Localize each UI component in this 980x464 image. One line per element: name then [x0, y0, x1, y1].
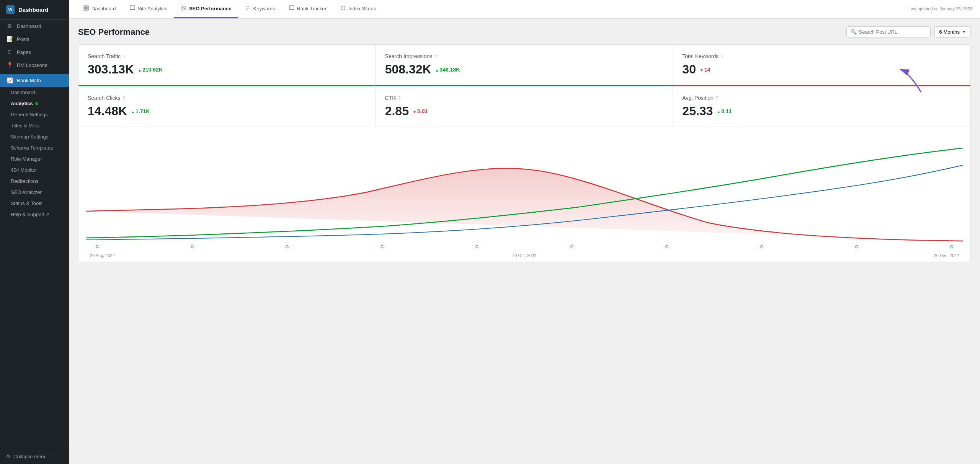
months-label: 6 Months [939, 29, 960, 35]
help-icon-total-keywords[interactable]: ? [720, 54, 723, 59]
tab-dashboard-icon [83, 5, 89, 12]
arrow-down-icon [700, 67, 704, 73]
main-content: Dashboard Site Analytics SEO Performance… [69, 0, 980, 464]
stat-label-ctr: CTR ? [385, 95, 664, 101]
tab-index-status-icon [340, 5, 346, 12]
stat-label-avg-position: Avg. Position ? [682, 95, 961, 101]
stat-change-search-traffic: 210.62K [138, 67, 163, 73]
performance-chart [86, 135, 963, 249]
tab-site-analytics[interactable]: Site Analytics [123, 0, 174, 18]
stat-change-search-impressions: 346.18K [435, 67, 460, 73]
stat-value-ctr: 2.85 5.03 [385, 104, 664, 118]
svg-rect-11 [289, 6, 294, 10]
sidebar-sub-status-tools[interactable]: Status & Tools [0, 198, 69, 209]
sidebar-item-rank-math[interactable]: 📈 Rank Math [0, 74, 69, 87]
stats-wrapper: Search Traffic ? 303.13K 210.62K Searc [78, 44, 971, 262]
stat-number: 25.33 [682, 104, 713, 118]
page-title: SEO Performance [78, 27, 150, 37]
tab-site-analytics-icon [130, 5, 135, 12]
sidebar-logo[interactable]: W Dashboard [0, 0, 69, 20]
stat-change-search-clicks: 1.71K [131, 108, 150, 114]
x-label-aug: 20 Aug, 2022 [90, 253, 115, 258]
last-updated-line2: January 23, 2023 [940, 6, 972, 12]
sidebar-sub-seo-analyzer[interactable]: SEO Analyzer [0, 187, 69, 198]
sidebar-sub-analytics[interactable]: Analytics [0, 98, 69, 109]
help-icon-avg-position[interactable]: ? [715, 95, 718, 101]
sidebar-item-label: Dashboard [17, 23, 41, 29]
stat-change-value: 210.62K [142, 67, 163, 73]
collapse-menu-button[interactable]: ⊙ Collapse menu [0, 449, 69, 464]
months-dropdown[interactable]: 6 Months ▼ [934, 26, 971, 37]
sidebar-item-label: RM Locations [17, 62, 47, 68]
tab-rank-tracker[interactable]: Rank Tracker [282, 0, 333, 18]
last-updated: Last updated on January 23, 2023 [908, 0, 972, 18]
tab-keywords-icon [245, 5, 250, 12]
stat-label-search-impressions: Search Impressions ? [385, 53, 664, 59]
sidebar-sub-rm-dashboard[interactable]: Dashboard [0, 87, 69, 98]
tab-seo-performance-label: SEO Performance [189, 6, 232, 11]
stat-label-text: Avg. Position [682, 95, 713, 101]
help-icon-search-traffic[interactable]: ? [122, 54, 125, 59]
wp-logo-icon: W [6, 5, 15, 14]
sidebar-sub-404-monitor[interactable]: 404 Monitor [0, 164, 69, 176]
stat-number: 303.13K [88, 62, 134, 77]
location-icon: 📍 [6, 62, 13, 68]
sidebar-sub-redirections[interactable]: Redirections [0, 176, 69, 187]
help-icon-ctr[interactable]: ? [398, 95, 400, 101]
stat-value-search-impressions: 508.32K 346.18K [385, 62, 664, 77]
tab-index-status-label: Index Status [348, 6, 376, 11]
sidebar-sub-schema-templates[interactable]: Schema Templates [0, 142, 69, 153]
stat-card-search-impressions: Search Impressions ? 508.32K 346.18K [376, 45, 673, 86]
tab-dashboard[interactable]: Dashboard [77, 0, 123, 18]
arrow-up-icon [131, 108, 135, 114]
tab-rank-tracker-icon [289, 5, 294, 12]
stat-label-search-clicks: Search Clicks ? [88, 95, 366, 101]
stat-card-ctr: CTR ? 2.85 5.03 [376, 86, 673, 127]
search-url-wrapper[interactable]: 🔍 [846, 26, 931, 37]
google-g-icon: G [284, 243, 291, 250]
svg-point-15 [343, 9, 343, 10]
sidebar-item-pages[interactable]: 🗋 Pages [0, 46, 69, 59]
tab-seo-performance[interactable]: SEO Performance [174, 0, 238, 18]
tab-index-status[interactable]: Index Status [333, 0, 383, 18]
header-controls: 🔍 6 Months ▼ [846, 26, 971, 37]
stat-card-search-clicks: Search Clicks ? 14.48K 1.71K [78, 86, 376, 127]
google-g-icon: G [758, 243, 765, 250]
google-g-icon: G [474, 243, 480, 250]
analytics-dot [35, 102, 38, 105]
stat-number: 14.48K [88, 104, 127, 118]
svg-rect-3 [87, 8, 88, 10]
sidebar-item-dashboard[interactable]: ⊞ Dashboard [0, 20, 69, 33]
search-url-input[interactable] [859, 29, 926, 35]
stat-label-text: Search Traffic [88, 53, 121, 59]
arrow-up-icon [717, 108, 720, 114]
tab-keywords[interactable]: Keywords [238, 0, 282, 18]
stat-change-value: 346.18K [440, 67, 460, 73]
sidebar-item-posts[interactable]: 📝 Posts [0, 33, 69, 46]
svg-rect-1 [87, 6, 88, 8]
stat-change-value: 0.11 [721, 108, 732, 114]
sidebar-sub-sitemap-settings[interactable]: Sitemap Settings [0, 131, 69, 142]
google-g-icon: G [94, 243, 101, 250]
google-g-icon: G [379, 243, 385, 250]
svg-rect-0 [84, 6, 86, 8]
sidebar-sub-role-manager[interactable]: Role Manager [0, 153, 69, 164]
sidebar-item-rm-locations[interactable]: 📍 RM Locations [0, 59, 69, 72]
sidebar-item-label: Posts [17, 36, 29, 42]
tab-keywords-label: Keywords [253, 6, 275, 11]
stat-label-text: CTR [385, 95, 396, 101]
stat-card-avg-position: Avg. Position ? 25.33 0.11 [673, 86, 970, 127]
stat-label-text: Search Impressions [385, 53, 433, 59]
tab-rank-tracker-label: Rank Tracker [297, 6, 327, 11]
help-icon-search-impressions[interactable]: ? [434, 54, 437, 59]
stat-value-search-clicks: 14.48K 1.71K [88, 104, 366, 118]
help-icon-search-clicks[interactable]: ? [122, 95, 125, 101]
stat-label-total-keywords: Total Keywords ? [682, 53, 961, 59]
google-g-icon: G [948, 243, 955, 250]
top-nav: Dashboard Site Analytics SEO Performance… [69, 0, 980, 19]
stat-change-avg-position: 0.11 [717, 108, 732, 114]
sidebar-sub-help-support[interactable]: Help & Support ↗ [0, 209, 69, 220]
sidebar-sub-titles-meta[interactable]: Titles & Meta [0, 120, 69, 131]
sidebar-sub-general-settings[interactable]: General Settings [0, 109, 69, 120]
google-g-icon: G [853, 243, 860, 250]
